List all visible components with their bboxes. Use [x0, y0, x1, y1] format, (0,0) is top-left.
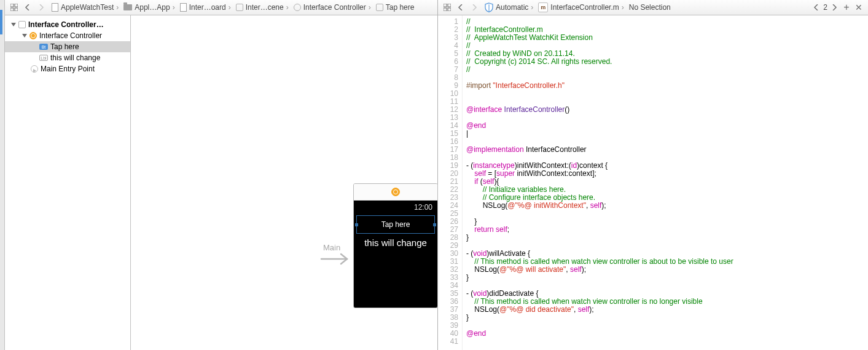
entry-arrow-icon: [320, 252, 353, 266]
assistant-jump-bar: Automatic mInterfaceController.m No Sele…: [438, 0, 868, 15]
crumb-label: Tap here: [386, 3, 415, 12]
code-line[interactable]: }: [466, 234, 868, 242]
watch-titlebar[interactable]: [354, 184, 437, 201]
code-line[interactable]: [466, 114, 868, 122]
crumb-folder[interactable]: Appl…App: [115, 3, 170, 12]
button-badge-icon: Bt: [39, 44, 48, 50]
code-line[interactable]: @end: [466, 330, 868, 338]
crumb-storyboard[interactable]: Inter…oard: [171, 3, 226, 12]
minimap-gutter: [0, 0, 5, 350]
code-area[interactable]: //// InterfaceController.m// AppleWatchT…: [463, 15, 868, 350]
related-items-icon[interactable]: [442, 2, 453, 13]
code-line[interactable]: self = [super initWithContext:context];: [466, 170, 868, 178]
crumb-label: Inter…oard: [189, 3, 226, 12]
watch-button-label: Tap here: [381, 220, 410, 229]
code-line[interactable]: [466, 338, 868, 346]
watch-time: 12:00: [354, 201, 437, 212]
crumb-project[interactable]: AppleWatchTest: [52, 3, 114, 12]
svg-rect-5: [448, 4, 451, 7]
code-editor[interactable]: 1234567891011121314151617181920212223242…: [438, 15, 868, 350]
crumb-mode[interactable]: Automatic: [485, 2, 528, 12]
crumb-scene[interactable]: Inter…cene: [227, 3, 284, 12]
code-line[interactable]: return self;: [466, 226, 868, 234]
code-line[interactable]: NSLog(@"%@ will activate", self);: [466, 266, 868, 274]
code-line[interactable]: @end: [466, 122, 868, 130]
scene-icon: [236, 4, 243, 11]
watch-screen: 12:00 Tap here this will change: [354, 201, 437, 308]
svg-rect-0: [10, 4, 14, 7]
document-outline: Interface Controller… Interface Controll…: [5, 15, 131, 350]
ib-canvas[interactable]: Main 12:00 Tap here this will change: [131, 15, 437, 350]
watch-label[interactable]: this will change: [354, 237, 437, 248]
minimap-marker: [0, 10, 2, 34]
next-counterpart-icon[interactable]: [829, 2, 840, 13]
counterpart-count: 2: [823, 3, 827, 12]
svg-rect-6: [444, 8, 447, 11]
code-line[interactable]: //: [466, 66, 868, 74]
add-assistant-icon[interactable]: +: [841, 2, 852, 13]
resize-handle[interactable]: [433, 223, 436, 226]
forward-icon[interactable]: [36, 2, 47, 13]
outline-label: Tap here: [50, 42, 79, 51]
crumb-button[interactable]: Tap here: [367, 3, 415, 12]
svg-rect-1: [15, 4, 18, 7]
outline-button[interactable]: Bt Tap here: [5, 41, 130, 52]
controller-icon: [294, 4, 301, 11]
disclosure-icon[interactable]: [22, 34, 27, 38]
forward-icon[interactable]: [469, 2, 480, 13]
crumb-file[interactable]: mInterfaceController.m: [530, 2, 619, 12]
related-items-icon[interactable]: [9, 2, 20, 13]
code-line[interactable]: @implementation InterfaceController: [466, 146, 868, 154]
line-number-gutter: 1234567891011121314151617181920212223242…: [438, 15, 463, 350]
back-icon[interactable]: [22, 2, 33, 13]
code-line[interactable]: NSLog(@"%@ did deactivate", self);: [466, 306, 868, 314]
entry-arrow-label: Main: [323, 243, 340, 252]
code-line[interactable]: @interface InterfaceController(): [466, 106, 868, 114]
controller-icon: [391, 188, 400, 196]
crumb-label: Inter…cene: [246, 3, 284, 12]
crumb-label: Automatic: [496, 3, 528, 12]
outline-scene[interactable]: Interface Controller…: [5, 19, 130, 30]
code-line[interactable]: [466, 90, 868, 98]
controller-icon: [29, 32, 37, 39]
watch-interface[interactable]: 12:00 Tap here this will change: [353, 183, 438, 308]
disclosure-icon[interactable]: [11, 23, 16, 26]
code-line[interactable]: // AppleWatchTest WatchKit Extension: [466, 34, 868, 42]
code-line[interactable]: }: [466, 218, 868, 226]
crumb-label: No Selection: [629, 3, 671, 12]
code-line[interactable]: |: [466, 130, 868, 138]
code-line[interactable]: // Copyright (c) 2014 SC. All rights res…: [466, 58, 868, 66]
outline-label: this will change: [50, 54, 100, 62]
outline-entry-point[interactable]: Main Entry Point: [5, 63, 130, 74]
code-line[interactable]: #import "InterfaceController.h": [466, 82, 868, 90]
crumb-label: Appl…App: [135, 3, 170, 12]
code-line[interactable]: }: [466, 314, 868, 322]
ib-jump-bar: AppleWatchTest Appl…App Inter…oard Inter…: [5, 0, 437, 15]
prev-counterpart-icon[interactable]: [811, 2, 822, 13]
folder-icon: [123, 4, 132, 10]
label-badge-icon: Lbl: [39, 55, 48, 61]
project-icon: [52, 3, 58, 12]
code-line[interactable]: NSLog(@"%@ initWithContext", self);: [466, 202, 868, 210]
outline-controller[interactable]: Interface Controller: [5, 30, 130, 41]
crumb-label: AppleWatchTest: [61, 3, 114, 12]
svg-rect-3: [15, 8, 18, 11]
svg-rect-4: [444, 4, 447, 7]
resize-handle[interactable]: [355, 223, 358, 226]
entry-point-icon: [31, 65, 38, 73]
crumb-selection[interactable]: No Selection: [620, 3, 671, 12]
code-line[interactable]: [466, 210, 868, 218]
m-file-icon: m: [538, 2, 548, 12]
back-icon[interactable]: [455, 2, 466, 13]
svg-rect-7: [448, 8, 451, 11]
crumb-label: InterfaceController.m: [550, 3, 619, 12]
scene-icon: [18, 21, 26, 28]
close-assistant-icon[interactable]: ✕: [853, 2, 864, 13]
watch-button[interactable]: Tap here: [356, 215, 435, 234]
crumb-controller[interactable]: Interface Controller: [285, 3, 366, 12]
code-line[interactable]: [466, 322, 868, 330]
outline-label: Main Entry Point: [41, 65, 95, 73]
outline-label-item[interactable]: Lbl this will change: [5, 52, 130, 63]
storyboard-icon: [180, 3, 187, 12]
code-line[interactable]: }: [466, 274, 868, 282]
